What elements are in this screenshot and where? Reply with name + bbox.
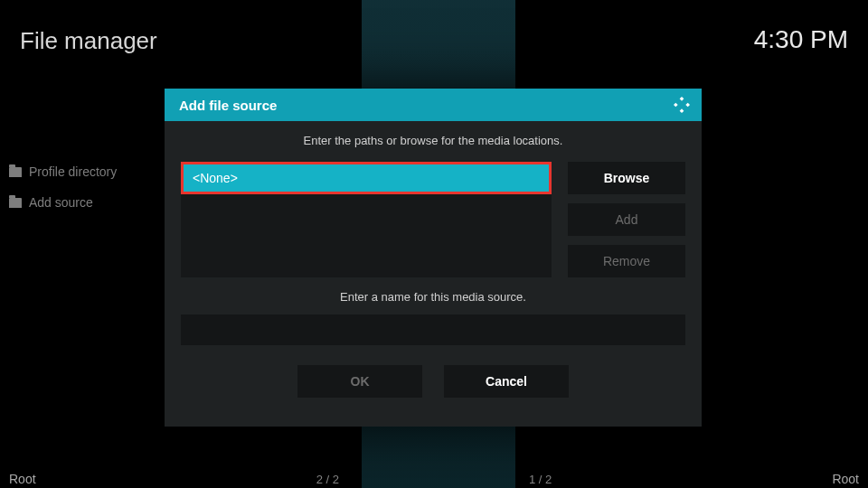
- status-bar: Root 2 / 2 1 / 2 Root: [0, 465, 868, 488]
- paths-instruction-text: Enter the paths or browse for the media …: [181, 134, 685, 147]
- add-file-source-dialog: Add file source Enter the paths or brows…: [165, 89, 702, 427]
- source-name-input[interactable]: [181, 314, 685, 345]
- list-item-label: Profile directory: [29, 164, 117, 179]
- list-item[interactable]: Add source: [0, 195, 172, 210]
- dialog-title: Add file source: [179, 98, 277, 113]
- status-left-root: Root: [9, 472, 36, 486]
- folder-icon: [9, 167, 22, 177]
- dialog-header: Add file source: [165, 89, 702, 121]
- remove-path-button[interactable]: Remove: [568, 245, 685, 277]
- path-input-selected[interactable]: <None>: [181, 162, 552, 194]
- svg-rect-2: [685, 103, 690, 108]
- status-left-count: 2 / 2: [316, 473, 339, 486]
- status-right-count: 1 / 2: [529, 473, 552, 486]
- list-item[interactable]: Profile directory: [0, 164, 172, 179]
- page-title: File manager: [20, 27, 157, 55]
- browse-button[interactable]: Browse: [568, 162, 685, 194]
- left-file-list: Profile directory Add source: [0, 164, 172, 210]
- name-instruction-text: Enter a name for this media source.: [181, 290, 685, 304]
- clock-time: 4:30 PM: [754, 25, 848, 54]
- list-item-label: Add source: [29, 195, 93, 210]
- svg-rect-3: [680, 108, 684, 113]
- paths-list[interactable]: <None>: [181, 162, 552, 277]
- folder-icon: [9, 198, 22, 208]
- add-path-button[interactable]: Add: [568, 203, 685, 236]
- svg-rect-1: [674, 103, 678, 108]
- svg-rect-0: [680, 97, 684, 101]
- ok-button[interactable]: OK: [297, 365, 422, 398]
- kodi-logo-icon: [673, 96, 691, 114]
- status-right-root: Root: [832, 472, 859, 486]
- cancel-button[interactable]: Cancel: [444, 365, 569, 398]
